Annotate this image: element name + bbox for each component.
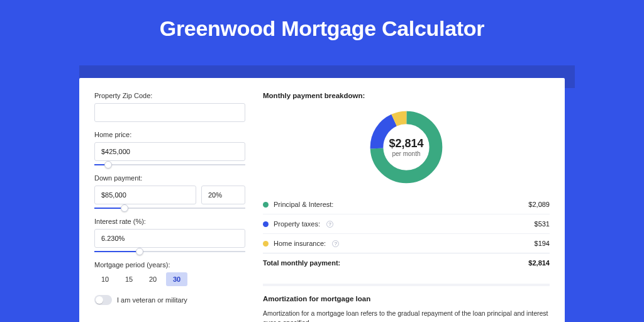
legend-value-principal: $2,089: [528, 201, 550, 208]
amortization-title: Amortization for mortgage loan: [263, 295, 550, 303]
field-interest-rate: Interest rate (%):: [94, 218, 245, 252]
legend-label-principal: Principal & Interest:: [274, 201, 333, 208]
field-down-payment: Down payment:: [94, 174, 245, 209]
field-home-price: Home price:: [94, 131, 245, 165]
veteran-toggle-knob: [96, 296, 103, 304]
period-option-20[interactable]: 20: [142, 272, 164, 286]
amortization-text: Amortization for a mortgage loan refers …: [263, 309, 550, 322]
zip-label: Property Zip Code:: [94, 92, 245, 99]
home-price-slider[interactable]: [94, 164, 245, 165]
results-column: Monthly payment breakdown: $2,814 per mo…: [263, 92, 550, 322]
interest-rate-slider-fill: [94, 251, 140, 252]
down-payment-percent-input[interactable]: [201, 186, 245, 204]
page-title: Greenwood Mortgage Calculator: [0, 0, 644, 55]
legend-row-taxes: Property taxes:?$531: [263, 214, 550, 233]
interest-rate-label: Interest rate (%):: [94, 218, 245, 225]
period-option-10[interactable]: 10: [94, 272, 116, 286]
legend-label-taxes: Property taxes:: [274, 220, 320, 228]
total-row: Total monthly payment: $2,814: [263, 253, 550, 272]
down-payment-slider-thumb[interactable]: [121, 204, 128, 212]
field-zip: Property Zip Code:: [94, 92, 245, 122]
legend-dot-principal: [263, 202, 269, 208]
interest-rate-slider-thumb[interactable]: [136, 248, 143, 255]
legend-label-insurance: Home insurance:: [274, 240, 326, 247]
legend-value-taxes: $531: [535, 220, 550, 228]
down-payment-label: Down payment:: [94, 174, 245, 182]
down-payment-slider[interactable]: [94, 208, 245, 209]
chart-area: $2,814 per month: [263, 104, 550, 195]
donut-amount: $2,814: [389, 137, 423, 150]
down-payment-slider-fill: [94, 208, 125, 209]
home-price-label: Home price:: [94, 131, 245, 138]
breakdown-title: Monthly payment breakdown:: [263, 92, 550, 99]
period-label: Mortgage period (years):: [94, 261, 245, 269]
home-price-input[interactable]: [94, 142, 245, 161]
veteran-row: I am veteran or military: [94, 295, 245, 305]
total-value: $2,814: [528, 259, 550, 267]
down-payment-amount-input[interactable]: [94, 186, 196, 204]
legend-row-principal: Principal & Interest:$2,089: [263, 195, 550, 214]
veteran-label: I am veteran or military: [117, 296, 187, 304]
veteran-toggle[interactable]: [94, 295, 112, 305]
interest-rate-input[interactable]: [94, 229, 245, 248]
field-period: Mortgage period (years): 10152030: [94, 261, 245, 286]
home-price-slider-thumb[interactable]: [104, 161, 112, 169]
inputs-column: Property Zip Code: Home price: Down paym…: [94, 92, 245, 322]
interest-rate-slider[interactable]: [94, 251, 245, 252]
period-option-15[interactable]: 15: [118, 272, 140, 286]
donut-center: $2,814 per month: [367, 108, 445, 186]
amortization-section: Amortization for mortgage loan Amortizat…: [263, 284, 550, 322]
legend-value-insurance: $194: [535, 240, 550, 247]
info-icon[interactable]: ?: [332, 240, 339, 247]
legend-dot-insurance: [263, 241, 269, 247]
info-icon[interactable]: ?: [326, 221, 333, 228]
calculator-card: Property Zip Code: Home price: Down paym…: [79, 78, 565, 322]
legend-dot-taxes: [263, 221, 269, 227]
zip-input[interactable]: [94, 103, 245, 122]
donut-chart: $2,814 per month: [367, 108, 445, 186]
total-label: Total monthly payment:: [263, 259, 340, 267]
period-option-30[interactable]: 30: [166, 272, 187, 286]
donut-sub: per month: [392, 150, 420, 157]
legend-row-insurance: Home insurance:?$194: [263, 233, 550, 253]
